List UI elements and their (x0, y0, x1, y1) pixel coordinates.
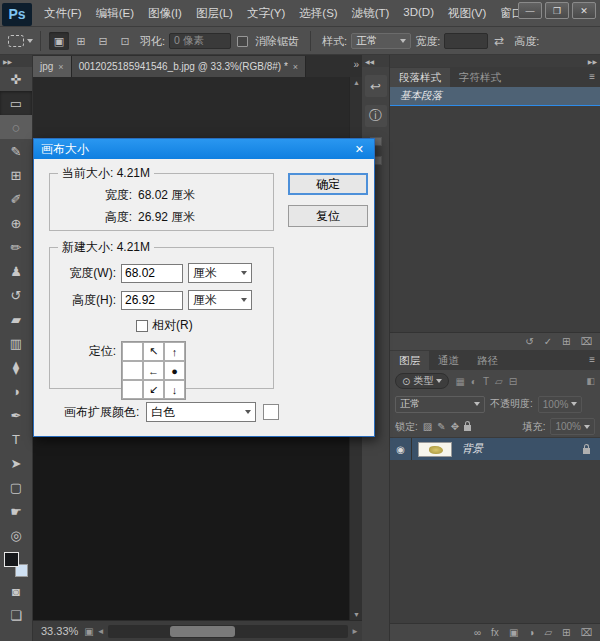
swap-dimensions-icon[interactable]: ⇄ (494, 34, 504, 48)
menu-edit[interactable]: 编辑(E) (96, 6, 134, 21)
adjustment-layer-icon[interactable]: ◑ (528, 627, 534, 638)
filter-smart-objects-icon[interactable]: ⊟ (509, 376, 517, 387)
eraser-tool[interactable]: ▰ (0, 307, 32, 331)
collapse-panels-button[interactable]: ▶▶ (390, 55, 600, 67)
brush-tool[interactable]: ✏ (0, 235, 32, 259)
ok-button[interactable]: 确定 (288, 173, 368, 195)
dialog-title-bar[interactable]: 画布大小 ✕ (34, 139, 374, 159)
delete-layer-icon[interactable]: ⌧ (580, 627, 592, 638)
dialog-close-icon[interactable]: ✕ (352, 143, 367, 156)
zoom-tool[interactable]: ◎ (0, 523, 32, 547)
lasso-tool[interactable]: ◌ (0, 115, 32, 139)
anchor-cell[interactable]: ↙ (143, 380, 164, 399)
tab-layers[interactable]: 图层 (390, 351, 429, 370)
shape-tool[interactable]: ▢ (0, 475, 32, 499)
blur-tool[interactable]: ⧫ (0, 355, 32, 379)
scroll-down-icon[interactable]: ▼ (350, 611, 363, 618)
spot-healing-brush-tool[interactable]: ⊕ (0, 211, 32, 235)
menu-select[interactable]: 选择(S) (299, 6, 337, 21)
eyedropper-tool[interactable]: ✐ (0, 187, 32, 211)
relative-checkbox[interactable] (136, 320, 148, 332)
close-tab-icon[interactable]: × (293, 62, 298, 72)
layer-mask-icon[interactable]: ▣ (509, 627, 518, 638)
scrollbar-thumb[interactable] (170, 626, 235, 637)
lock-position-icon[interactable]: ✥ (451, 421, 459, 432)
lock-transparency-icon[interactable]: ▨ (423, 421, 432, 432)
info-panel-icon[interactable]: ⓘ (365, 105, 387, 127)
anchor-cell[interactable] (122, 361, 143, 380)
tab-character-styles[interactable]: 字符样式 (450, 68, 510, 87)
move-tool[interactable]: ✜ (0, 67, 32, 91)
menu-file[interactable]: 文件(F) (44, 6, 82, 21)
anchor-cell[interactable]: ↑ (164, 342, 185, 361)
history-panel-icon[interactable]: ↩ (365, 75, 387, 97)
filter-shape-layers-icon[interactable]: ▱ (495, 376, 503, 387)
collapse-tools-button[interactable]: ▶▶ (0, 55, 32, 67)
extension-color-swatch[interactable] (263, 404, 279, 420)
type-tool[interactable]: T (0, 427, 32, 451)
filter-adjustment-layers-icon[interactable]: ◐ (471, 376, 477, 387)
expand-panels-button[interactable]: ◀◀ (362, 55, 389, 67)
color-swatches[interactable] (0, 547, 32, 579)
menu-layer[interactable]: 图层(L) (196, 6, 233, 21)
tab-paths[interactable]: 路径 (468, 351, 507, 370)
new-group-icon[interactable]: ▱ (544, 627, 552, 638)
new-layer-icon[interactable]: ⊞ (562, 627, 570, 638)
layer-row-background[interactable]: ◉ 背景 (390, 438, 600, 460)
blend-mode-select[interactable]: 正常 (395, 396, 485, 413)
fill-select[interactable]: 100% (550, 418, 595, 435)
new-height-input[interactable] (121, 291, 183, 310)
menu-filter[interactable]: 滤镜(T) (352, 6, 390, 21)
new-style-icon[interactable]: ⊞ (562, 336, 570, 347)
layer-style-icon[interactable]: fx (491, 627, 499, 638)
layer-filter-type-select[interactable]: ⊙ 类型 (395, 373, 449, 389)
reset-button[interactable]: 复位 (288, 205, 368, 227)
anchor-cell[interactable] (122, 342, 143, 361)
layer-thumbnail[interactable] (418, 442, 452, 457)
crop-tool[interactable]: ⊞ (0, 163, 32, 187)
menu-image[interactable]: 图像(I) (148, 6, 182, 21)
document-tab-inactive[interactable]: jpg × (33, 56, 72, 77)
link-layers-icon[interactable]: ∞ (474, 627, 481, 638)
pen-tool[interactable]: ✒ (0, 403, 32, 427)
width-unit-select[interactable]: 厘米 (188, 263, 252, 283)
antialias-checkbox[interactable] (237, 36, 248, 47)
layer-visibility-icon[interactable]: ◉ (390, 438, 412, 460)
clear-override-icon[interactable]: ↺ (525, 336, 533, 347)
feather-input[interactable]: 0 像素 (169, 33, 231, 49)
intersect-selection-mode-icon[interactable]: ⊡ (115, 32, 135, 50)
anchor-cell-selected[interactable]: ● (164, 361, 185, 380)
extension-color-select[interactable]: 白色 (146, 402, 256, 422)
quick-selection-tool[interactable]: ✎ (0, 139, 32, 163)
new-width-input[interactable] (121, 264, 183, 283)
menu-3d[interactable]: 3D(D) (403, 6, 434, 21)
panel-menu-icon[interactable]: ≡ (589, 71, 595, 82)
filter-pixel-layers-icon[interactable]: ▦ (455, 376, 464, 387)
close-button[interactable]: ✕ (572, 2, 596, 19)
minimize-button[interactable]: — (518, 2, 542, 19)
panel-menu-icon[interactable]: ≡ (589, 354, 595, 365)
lock-all-icon[interactable] (464, 425, 471, 431)
anchor-cell[interactable]: ← (143, 361, 164, 380)
horizontal-scrollbar[interactable] (108, 625, 348, 638)
scroll-right-icon[interactable]: ► (351, 627, 359, 636)
tool-preset-picker[interactable] (8, 35, 33, 47)
style-select[interactable]: 正常 (351, 33, 411, 49)
subtract-selection-mode-icon[interactable]: ⊟ (93, 32, 113, 50)
apply-style-icon[interactable]: ✓ (544, 336, 552, 347)
close-tab-icon[interactable]: × (58, 62, 63, 72)
tab-paragraph-styles[interactable]: 段落样式 (390, 68, 450, 87)
screen-mode-button[interactable]: ❏ (0, 603, 32, 627)
style-width-input[interactable] (444, 33, 488, 49)
menu-type[interactable]: 文字(Y) (247, 6, 285, 21)
anchor-cell[interactable] (122, 380, 143, 399)
filter-toggle-icon[interactable]: ◧ (586, 376, 595, 386)
gradient-tool[interactable]: ▥ (0, 331, 32, 355)
scroll-left-icon[interactable]: ◄ (97, 627, 105, 636)
tab-channels[interactable]: 通道 (429, 351, 468, 370)
history-brush-tool[interactable]: ↺ (0, 283, 32, 307)
new-selection-mode-icon[interactable]: ▣ (49, 32, 69, 50)
scroll-up-icon[interactable]: ▲ (350, 79, 363, 86)
lock-pixels-icon[interactable]: ✎ (437, 421, 445, 432)
menu-view[interactable]: 视图(V) (448, 6, 486, 21)
